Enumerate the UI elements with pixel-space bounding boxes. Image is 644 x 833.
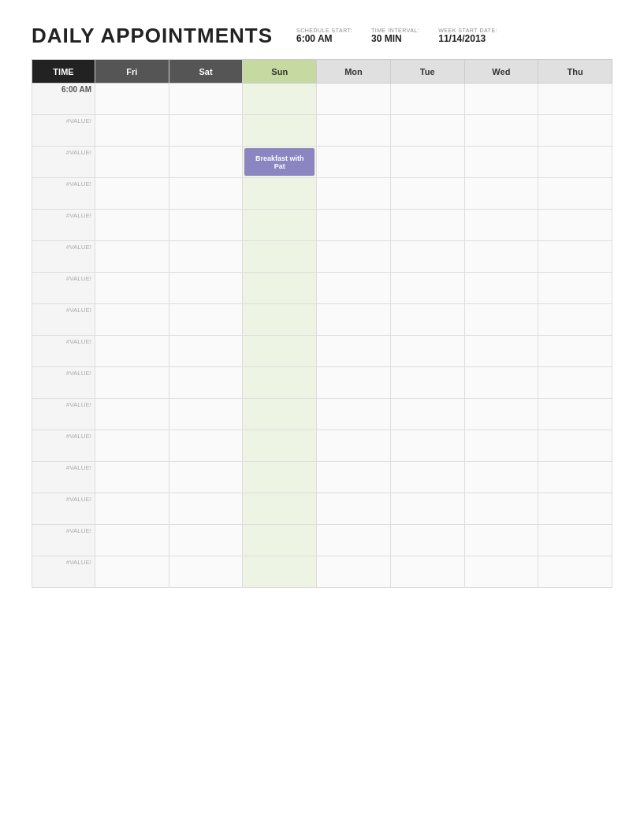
table-row: #VALUE! [32,556,612,588]
cell-thu-row10 [538,399,612,430]
cell-fri-row13 [95,493,169,525]
cell-fri-row8 [95,336,169,367]
time-cell: #VALUE! [32,147,95,178]
cell-sun-row0 [243,84,317,115]
table-row: #VALUE! [32,304,612,336]
schedule-start-label: SCHEDULE START: [296,28,352,33]
time-cell: #VALUE! [32,525,95,556]
cell-mon-row10 [317,399,391,430]
cell-fri-row15 [95,556,169,588]
time-cell: #VALUE! [32,336,95,367]
cell-thu-row9 [538,367,612,399]
cell-thu-row2 [538,147,612,178]
cell-thu-row8 [538,336,612,367]
cell-sat-row15 [169,556,243,588]
cell-thu-row5 [538,241,612,273]
cell-thu-row4 [538,210,612,241]
cell-tue-row14 [390,525,464,556]
cell-thu-row0 [538,84,612,115]
table-row: #VALUE! [32,273,612,304]
page-header: DAILY APPOINTMENTS SCHEDULE START: 6:00 … [32,24,612,48]
cell-wed-row15 [464,556,538,588]
cell-sat-row11 [169,430,243,462]
cell-fri-row1 [95,115,169,147]
cell-sun-row9 [243,367,317,399]
event-block[interactable]: Breakfast with Pat [244,148,315,176]
cell-wed-row10 [464,399,538,430]
cell-sat-row7 [169,304,243,336]
cell-fri-row0 [95,84,169,115]
schedule-start-item: SCHEDULE START: 6:00 AM [296,28,356,44]
cell-sat-row5 [169,241,243,273]
cell-thu-row11 [538,430,612,462]
cell-fri-row9 [95,367,169,399]
cell-mon-row0 [317,84,391,115]
cell-sat-row3 [169,178,243,210]
cell-thu-row12 [538,462,612,493]
col-header-sat: Sat [169,60,243,84]
table-row: #VALUE! [32,493,612,525]
cell-mon-row2 [317,147,391,178]
table-row: #VALUE! [32,241,612,273]
cell-tue-row13 [390,493,464,525]
time-cell: #VALUE! [32,367,95,399]
time-interval-item: TIME INTERVAL: 30 MIN [371,28,423,44]
cell-wed-row14 [464,525,538,556]
cell-sat-row2 [169,147,243,178]
cell-fri-row4 [95,210,169,241]
week-start-value: 11/14/2013 [438,33,497,44]
cell-thu-row13 [538,493,612,525]
col-header-mon: Mon [317,60,391,84]
cell-fri-row14 [95,525,169,556]
cell-sun-row13 [243,493,317,525]
cell-thu-row7 [538,304,612,336]
col-header-thu: Thu [538,60,612,84]
cell-sun-row6 [243,273,317,304]
cell-tue-row12 [390,462,464,493]
cell-thu-row1 [538,115,612,147]
cell-sun-row15 [243,556,317,588]
cell-sun-row10 [243,399,317,430]
cell-sat-row8 [169,336,243,367]
cell-fri-row12 [95,462,169,493]
time-interval-value: 30 MIN [371,33,419,44]
cell-wed-row3 [464,178,538,210]
cell-sun-row5 [243,241,317,273]
cell-thu-row14 [538,525,612,556]
week-start-label: WEEK START DATE: [438,28,497,33]
table-row: #VALUE! [32,178,612,210]
cell-mon-row14 [317,525,391,556]
cell-mon-row15 [317,556,391,588]
header-row: TIME Fri Sat Sun Mon Tue Wed Thu [32,60,612,84]
time-cell: #VALUE! [32,273,95,304]
col-header-wed: Wed [464,60,538,84]
table-row: #VALUE!Breakfast with Pat [32,147,612,178]
cell-tue-row9 [390,367,464,399]
cell-fri-row6 [95,273,169,304]
cell-wed-row9 [464,367,538,399]
time-cell: #VALUE! [32,241,95,273]
time-cell: #VALUE! [32,399,95,430]
cell-thu-row6 [538,273,612,304]
time-interval-label: TIME INTERVAL: [371,28,419,33]
cell-sat-row0 [169,84,243,115]
cell-sun-row11 [243,430,317,462]
cell-mon-row7 [317,304,391,336]
cell-wed-row2 [464,147,538,178]
col-header-time: TIME [32,60,95,84]
time-cell: #VALUE! [32,556,95,588]
cell-wed-row0 [464,84,538,115]
cell-tue-row10 [390,399,464,430]
table-row: #VALUE! [32,210,612,241]
cell-tue-row7 [390,304,464,336]
cell-mon-row11 [317,430,391,462]
table-row: #VALUE! [32,430,612,462]
cell-sun-row4 [243,210,317,241]
cell-sat-row6 [169,273,243,304]
time-cell: #VALUE! [32,115,95,147]
calendar-table: TIME Fri Sat Sun Mon Tue Wed Thu 6:00 AM… [32,59,612,588]
cell-mon-row4 [317,210,391,241]
cell-wed-row5 [464,241,538,273]
cell-sun-row14 [243,525,317,556]
cell-wed-row8 [464,336,538,367]
